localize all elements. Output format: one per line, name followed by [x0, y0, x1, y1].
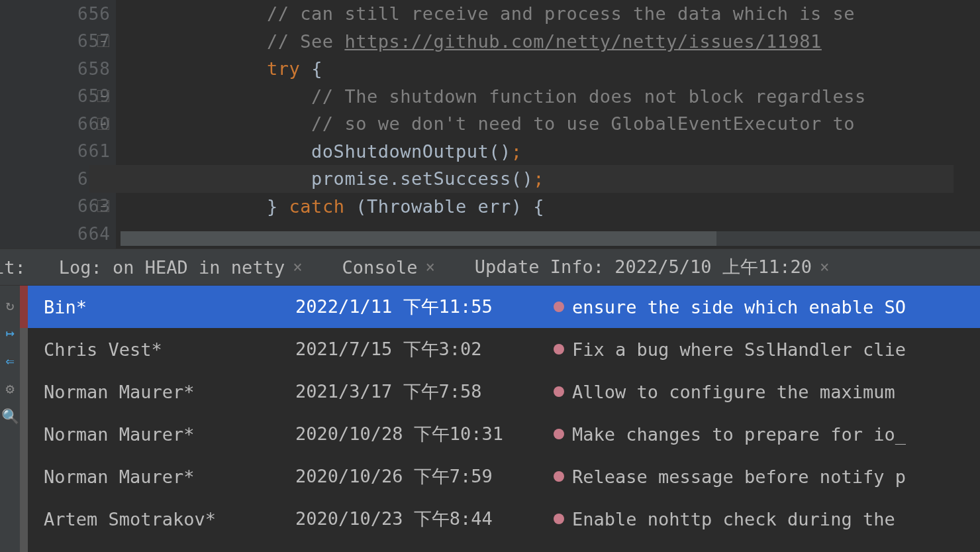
tab-log-label: Log: on HEAD in netty: [59, 257, 285, 278]
close-icon[interactable]: ×: [820, 258, 829, 276]
refresh-icon[interactable]: ↻: [3, 298, 17, 312]
commit-author: Norman Maurer*: [44, 424, 295, 445]
commit-message: Fix a bug where SslHandler clie: [554, 339, 980, 360]
commit-date: 2022/1/11 下午11:55: [295, 295, 554, 319]
code-line[interactable]: // can still receive and process the dat…: [89, 0, 954, 28]
log-toolbar: ↻ ↦ ⇐ ⚙ 🔍: [0, 286, 20, 552]
close-icon[interactable]: ×: [425, 258, 434, 276]
commit-date: 2020/10/23 下午8:44: [295, 507, 554, 531]
commit-date: 2020/10/28 下午10:31: [295, 422, 554, 446]
commit-date: 2021/7/15 下午3:02: [295, 337, 554, 361]
cherry-pick-icon[interactable]: ↦: [3, 325, 17, 340]
commit-message: Enable nohttp check during the: [554, 509, 980, 529]
graph-node-icon: [554, 302, 564, 312]
commit-message: Make changes to prepare for io_: [554, 424, 980, 445]
tab-console-label: Console: [342, 257, 418, 278]
graph-node-icon: [554, 344, 564, 355]
commit-list[interactable]: Bin*2022/1/11 下午11:55ensure the side whi…: [28, 286, 980, 552]
code-content[interactable]: // can still receive and process the dat…: [116, 0, 980, 248]
graph-node-icon: [554, 514, 564, 524]
code-line[interactable]: doShutdownOutput();: [89, 138, 954, 166]
close-icon[interactable]: ×: [293, 258, 302, 276]
commit-row[interactable]: Artem Smotrakov*2020/10/23 下午8:44Enable …: [28, 498, 980, 540]
vcs-log-panel: ↻ ↦ ⇐ ⚙ 🔍 Bin*2022/1/11 下午11:55ensure th…: [0, 286, 980, 552]
graph-node-icon: [554, 429, 564, 439]
code-line[interactable]: } catch (Throwable err) {: [89, 193, 954, 221]
code-line[interactable]: // so we don't need to use GlobalEventEx…: [89, 110, 954, 138]
commit-date: 2020/10/26 下午7:59: [295, 465, 554, 488]
tab-console[interactable]: Console ×: [336, 249, 442, 285]
tab-update-info[interactable]: Update Info: 2022/5/10 上午11:20 ×: [468, 249, 836, 285]
scrollbar-thumb[interactable]: [121, 231, 716, 246]
tab-update-label: Update Info: 2022/5/10 上午11:20: [475, 255, 812, 279]
tab-prefix: it:: [0, 257, 26, 278]
commit-message: Release message before notify p: [554, 467, 980, 487]
commit-row[interactable]: Norman Maurer*2021/3/17 下午7:58Allow to c…: [28, 370, 980, 413]
tab-log[interactable]: Log: on HEAD in netty ×: [52, 249, 309, 285]
commit-author: Norman Maurer*: [44, 382, 295, 402]
code-line[interactable]: // See https://github.com/netty/netty/is…: [89, 28, 954, 56]
code-editor[interactable]: 656657−658659−660−661662663−664 // can s…: [0, 0, 980, 248]
commit-message: Allow to configure the maximum: [554, 382, 980, 402]
commit-row[interactable]: Chris Vest*2021/7/15 下午3:02Fix a bug whe…: [28, 328, 980, 370]
horizontal-scrollbar[interactable]: [121, 231, 980, 246]
graph-node-icon: [554, 471, 564, 482]
code-line[interactable]: // The shutdown function does not block …: [89, 83, 954, 111]
commit-date: 2021/3/17 下午7:58: [295, 380, 554, 404]
graph-node-icon: [554, 386, 564, 397]
commit-author: Artem Smotrakov*: [44, 509, 295, 529]
code-line[interactable]: promise.setSuccess();: [89, 165, 954, 193]
commit-author: Bin*: [44, 297, 295, 317]
settings-icon[interactable]: ⚙: [3, 381, 17, 396]
commit-row[interactable]: Norman Maurer*2020/10/28 下午10:31Make cha…: [28, 413, 980, 455]
commit-message: ensure the side which enable SO: [554, 297, 980, 317]
commit-author: Norman Maurer*: [44, 467, 295, 487]
code-line[interactable]: try {: [89, 55, 954, 83]
vcs-tabbar: it: Log: on HEAD in netty × Console × Up…: [0, 248, 980, 286]
push-icon[interactable]: ⇐: [3, 353, 17, 368]
search-icon[interactable]: 🔍: [3, 409, 17, 423]
commit-row[interactable]: Bin*2022/1/11 下午11:55ensure the side whi…: [28, 286, 980, 328]
log-overview-ruler[interactable]: [20, 286, 28, 552]
commit-row[interactable]: Norman Maurer*2020/10/26 下午7:59Release m…: [28, 455, 980, 498]
ruler-marker: [20, 286, 28, 328]
commit-author: Chris Vest*: [44, 339, 295, 360]
